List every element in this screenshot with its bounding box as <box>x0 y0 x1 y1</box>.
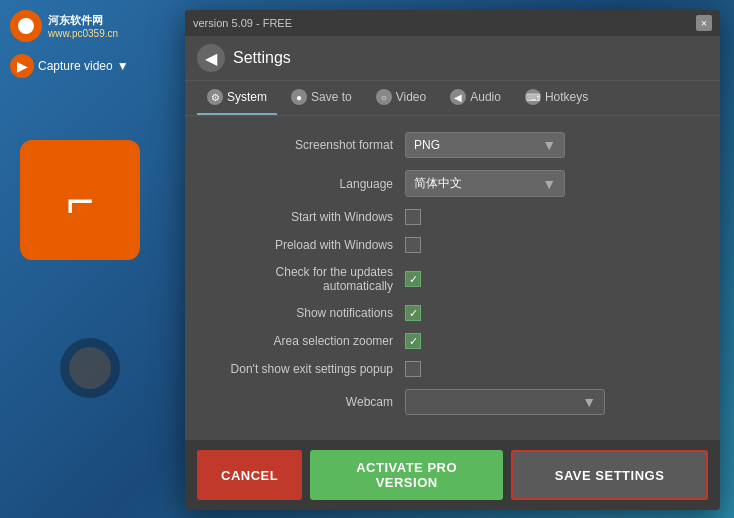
dialog-version: version 5.09 - FREE <box>193 17 292 29</box>
video-tab-label: Video <box>396 90 426 104</box>
webcam-control: ▼ <box>405 389 700 415</box>
system-tab-label: System <box>227 90 267 104</box>
dialog-titlebar: version 5.09 - FREE × <box>185 10 720 36</box>
company-name: 河东软件网 <box>48 13 118 28</box>
screenshot-format-label: Screenshot format <box>205 138 405 152</box>
dont-show-exit-row: Don't show exit settings popup <box>205 361 700 377</box>
screenshot-format-control: PNG ▼ <box>405 132 700 158</box>
start-with-windows-control <box>405 209 700 225</box>
system-tab-icon: ⚙ <box>207 89 223 105</box>
language-arrow: ▼ <box>542 176 556 192</box>
screenshot-format-row: Screenshot format PNG ▼ <box>205 132 700 158</box>
saveto-tab-icon: ● <box>291 89 307 105</box>
webcam-select[interactable]: ▼ <box>405 389 605 415</box>
tab-system[interactable]: ⚙ System <box>197 81 277 115</box>
audio-tab-label: Audio <box>470 90 501 104</box>
preload-with-windows-checkbox[interactable] <box>405 237 421 253</box>
tab-audio[interactable]: ◀ Audio <box>440 81 511 115</box>
check-updates-control <box>405 271 700 287</box>
language-label: Language <box>205 177 405 191</box>
tab-saveto[interactable]: ● Save to <box>281 81 362 115</box>
preload-with-windows-label: Preload with Windows <box>205 238 405 252</box>
area-selection-label: Area selection zoomer <box>205 334 405 348</box>
check-updates-row: Check for the updates automatically <box>205 265 700 293</box>
language-value: 简体中文 <box>414 175 462 192</box>
capture-icon: ▶ <box>10 54 34 78</box>
language-control: 简体中文 ▼ <box>405 170 700 197</box>
start-with-windows-row: Start with Windows <box>205 209 700 225</box>
app-background-logo: ⌐ <box>20 140 140 260</box>
screenshot-format-value: PNG <box>414 138 440 152</box>
close-button[interactable]: × <box>696 15 712 31</box>
tab-video[interactable]: ○ Video <box>366 81 436 115</box>
dont-show-exit-label: Don't show exit settings popup <box>205 362 405 376</box>
settings-dialog: version 5.09 - FREE × ◀ Settings ⚙ Syste… <box>185 10 720 510</box>
saveto-tab-label: Save to <box>311 90 352 104</box>
preload-with-windows-control <box>405 237 700 253</box>
preload-with-windows-row: Preload with Windows <box>205 237 700 253</box>
dialog-header: ◀ Settings <box>185 36 720 81</box>
hotkeys-tab-label: Hotkeys <box>545 90 588 104</box>
watermark-url: www.pc0359.cn <box>48 28 118 39</box>
dialog-content: Screenshot format PNG ▼ Language 简体中文 ▼ … <box>185 116 720 440</box>
area-selection-control <box>405 333 700 349</box>
audio-tab-icon: ◀ <box>450 89 466 105</box>
back-button[interactable]: ◀ <box>197 44 225 72</box>
hotkeys-tab-icon: ⌨ <box>525 89 541 105</box>
check-updates-label: Check for the updates automatically <box>205 265 405 293</box>
language-select[interactable]: 简体中文 ▼ <box>405 170 565 197</box>
capture-label: Capture video <box>38 59 113 73</box>
language-row: Language 简体中文 ▼ <box>205 170 700 197</box>
dont-show-exit-checkbox[interactable] <box>405 361 421 377</box>
screenshot-format-arrow: ▼ <box>542 137 556 153</box>
webcam-label: Webcam <box>205 395 405 409</box>
tabs-container: ⚙ System ● Save to ○ Video ◀ Audio ⌨ Hot… <box>185 81 720 116</box>
video-tab-icon: ○ <box>376 89 392 105</box>
capture-video-btn[interactable]: ▶ Capture video ▼ <box>10 54 129 78</box>
dialog-footer: CANCEL ACTIVATE PRO VERSION SAVE SETTING… <box>185 440 720 510</box>
check-updates-checkbox[interactable] <box>405 271 421 287</box>
area-selection-row: Area selection zoomer <box>205 333 700 349</box>
start-with-windows-checkbox[interactable] <box>405 209 421 225</box>
settings-title: Settings <box>233 49 291 67</box>
webcam-arrow: ▼ <box>582 394 596 410</box>
save-settings-button[interactable]: SAVE SETTINGS <box>511 450 708 500</box>
show-notifications-row: Show notifications <box>205 305 700 321</box>
show-notifications-checkbox[interactable] <box>405 305 421 321</box>
screenshot-format-select[interactable]: PNG ▼ <box>405 132 565 158</box>
cancel-button[interactable]: CANCEL <box>197 450 302 500</box>
webcam-row: Webcam ▼ <box>205 389 700 415</box>
start-with-windows-label: Start with Windows <box>205 210 405 224</box>
show-notifications-control <box>405 305 700 321</box>
area-selection-checkbox[interactable] <box>405 333 421 349</box>
activate-pro-button[interactable]: ACTIVATE PRO VERSION <box>310 450 503 500</box>
tab-hotkeys[interactable]: ⌨ Hotkeys <box>515 81 598 115</box>
record-button-bg <box>60 338 120 398</box>
show-notifications-label: Show notifications <box>205 306 405 320</box>
app-logo <box>10 10 42 42</box>
dont-show-exit-control <box>405 361 700 377</box>
